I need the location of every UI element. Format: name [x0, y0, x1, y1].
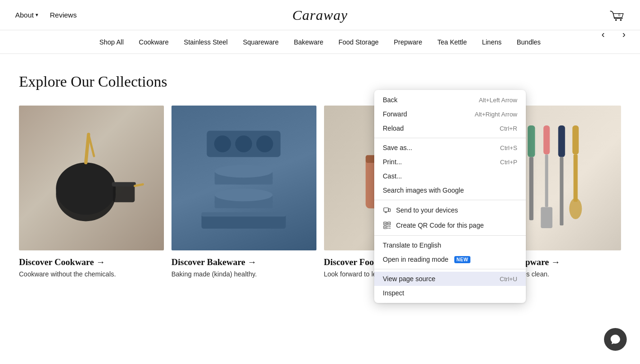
collection-card-bakeware[interactable]: Discover Bakeware → Baking made (kinda) … [171, 106, 316, 278]
nav-item-cookware[interactable]: Cookware [139, 38, 169, 46]
svg-point-34 [569, 198, 582, 219]
nav-item-bundles[interactable]: Bundles [517, 38, 541, 46]
context-menu: Back Alt+Left Arrow Forward Alt+Right Ar… [374, 90, 526, 278]
svg-rect-44 [385, 227, 386, 228]
svg-line-4 [86, 134, 89, 163]
svg-rect-27 [543, 125, 550, 154]
ctx-reload[interactable]: Reload Ctrl+R [374, 121, 526, 135]
cookware-desc: Cookware without the chemicals. [19, 270, 164, 278]
svg-point-15 [215, 165, 272, 178]
site-logo[interactable]: Caraway [292, 7, 348, 23]
nav-item-linens[interactable]: Linens [482, 38, 501, 46]
svg-point-18 [215, 188, 272, 201]
svg-rect-20 [202, 212, 286, 216]
nav-item-squareware[interactable]: Squareware [243, 38, 279, 46]
ctx-reading-mode-label: Open in reading mode [383, 256, 449, 263]
cart-icon: 0 [609, 9, 625, 22]
cookware-title: Discover Cookware → [19, 257, 164, 267]
svg-rect-32 [572, 125, 578, 154]
ctx-view-source-shortcut: Ctrl+U [500, 275, 517, 278]
ctx-translate[interactable]: Translate to English [374, 238, 526, 252]
main-content: Explore Our Collections ‹ › [0, 54, 640, 278]
nav-item-food-storage[interactable]: Food Storage [338, 38, 379, 46]
svg-rect-25 [528, 125, 535, 157]
ctx-cast[interactable]: Cast... [374, 169, 526, 183]
ctx-print-label: Print... [383, 158, 402, 166]
svg-point-0 [615, 19, 617, 20]
ctx-forward-shortcut: Alt+Right Arrow [475, 111, 517, 118]
ctx-forward[interactable]: Forward Alt+Right Arrow [374, 107, 526, 121]
section-title: Explore Our Collections [19, 73, 621, 90]
ctx-print[interactable]: Print... Ctrl+P [374, 155, 526, 169]
ctx-back-label: Back [383, 96, 397, 104]
nav-item-prepware[interactable]: Prepware [394, 38, 422, 46]
carousel-next-button[interactable]: › [615, 26, 632, 43]
ctx-reload-label: Reload [383, 124, 404, 132]
svg-rect-45 [388, 226, 388, 227]
ctx-create-qr-label: Create QR Code for this page [396, 222, 484, 229]
ctx-divider-1 [374, 138, 526, 138]
top-bar-left: About ▾ Reviews [15, 11, 77, 19]
svg-rect-7 [112, 182, 135, 186]
svg-point-3 [56, 163, 116, 215]
ctx-translate-label: Translate to English [383, 241, 441, 249]
ctx-save-as-label: Save as... [383, 144, 412, 151]
svg-rect-31 [559, 157, 563, 225]
svg-point-12 [256, 135, 273, 152]
ctx-reload-shortcut: Ctrl+R [500, 125, 517, 132]
nav-item-stainless-steel[interactable]: Stainless Steel [184, 38, 228, 46]
svg-rect-35 [384, 208, 388, 212]
ctx-save-shortcut: Ctrl+S [500, 144, 517, 151]
ctx-view-source-label: View page source [383, 275, 435, 278]
about-button[interactable]: About ▾ [15, 11, 38, 19]
carousel-prev-button[interactable]: ‹ [595, 26, 612, 43]
nav-item-tea-kettle[interactable]: Tea Kettle [437, 38, 467, 46]
bakeware-title: Discover Bakeware → [171, 257, 316, 267]
ctx-search-images-label: Search images with Google [383, 186, 464, 194]
ctx-send-to-devices[interactable]: Send to your devices [374, 203, 526, 218]
about-chevron-icon: ▾ [36, 12, 38, 18]
ctx-forward-label: Forward [383, 110, 407, 118]
svg-rect-33 [573, 154, 577, 202]
ctx-reading-mode-wrap: Open in reading mode NEW [383, 256, 470, 263]
bakeware-image [171, 106, 316, 250]
new-badge: NEW [454, 256, 471, 263]
svg-line-8 [135, 185, 143, 186]
cart-count: 0 [618, 12, 620, 17]
nav-item-shop-all[interactable]: Shop All [99, 38, 124, 46]
ctx-send-devices-label: Send to your devices [396, 206, 458, 214]
svg-rect-36 [388, 209, 390, 212]
svg-rect-46 [389, 226, 390, 227]
svg-line-5 [89, 134, 94, 156]
main-nav: Shop All Cookware Stainless Steel Square… [0, 30, 640, 54]
ctx-back[interactable]: Back Alt+Left Arrow [374, 93, 526, 107]
ctx-back-shortcut: Alt+Left Arrow [479, 97, 517, 104]
ctx-reading-mode[interactable]: Open in reading mode NEW [374, 252, 526, 266]
svg-rect-48 [389, 228, 390, 229]
reviews-link[interactable]: Reviews [50, 11, 77, 19]
qr-icon [383, 221, 391, 230]
ctx-search-images[interactable]: Search images with Google [374, 183, 526, 197]
svg-rect-42 [385, 223, 386, 224]
svg-rect-29 [541, 207, 552, 228]
ctx-print-shortcut: Ctrl+P [500, 159, 517, 166]
svg-point-10 [214, 135, 231, 152]
bakeware-desc: Baking made (kinda) healthy. [171, 270, 316, 278]
svg-rect-26 [529, 157, 533, 220]
ctx-create-qr[interactable]: Create QR Code for this page [374, 218, 526, 233]
ctx-divider-4 [374, 269, 526, 269]
device-icon [383, 206, 391, 214]
cart-button[interactable]: 0 [609, 9, 625, 22]
collection-card-cookware[interactable]: Discover Cookware → Cookware without the… [19, 106, 164, 278]
svg-rect-47 [388, 228, 388, 229]
about-label: About [15, 11, 34, 19]
ctx-save-as[interactable]: Save as... Ctrl+S [374, 141, 526, 155]
ctx-view-source[interactable]: View page source Ctrl+U [374, 272, 526, 278]
svg-rect-43 [388, 223, 389, 224]
svg-rect-28 [545, 154, 548, 207]
top-bar: About ▾ Reviews Caraway 0 [0, 0, 640, 30]
nav-item-bakeware[interactable]: Bakeware [294, 38, 323, 46]
collections-row: Discover Cookware → Cookware without the… [19, 106, 621, 278]
ctx-cast-label: Cast... [383, 172, 402, 180]
ctx-divider-3 [374, 235, 526, 236]
